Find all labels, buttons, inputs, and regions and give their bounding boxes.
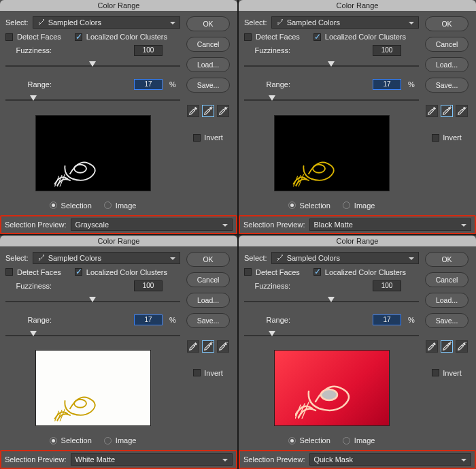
percent-label: % [167,316,180,324]
select-dropdown[interactable]: Sampled Colors [271,16,419,29]
selection-radio-label: Selection [61,201,92,210]
fuzziness-slider[interactable] [244,61,419,71]
select-label: Select: [5,18,29,27]
range-slider[interactable] [244,331,419,340]
invert-checkbox[interactable] [193,134,201,142]
selection-preview-row: Selection Preview:Quick Mask [239,450,476,469]
eyedropper-group: +− [426,340,468,353]
localized-clusters-checkbox[interactable] [75,33,82,41]
ok-button[interactable]: OK [186,252,230,267]
selection-preview-dropdown[interactable]: Quick Mask [309,453,472,466]
ok-button[interactable]: OK [425,252,469,267]
cancel-button[interactable]: Cancel [425,272,469,287]
range-input[interactable]: 17 [373,79,401,90]
eyedropper-subtract-icon[interactable]: − [456,340,468,353]
detect-faces-checkbox[interactable] [5,33,13,41]
invert-checkbox[interactable] [432,369,439,376]
select-dropdown[interactable]: Sampled Colors [33,252,180,264]
image-radio[interactable] [104,437,112,444]
dialog-title: Color Range [0,0,237,11]
selection-radio[interactable] [288,201,296,209]
eyedropper-subtract-icon[interactable]: − [456,105,468,117]
selection-preview-dropdown[interactable]: White Matte [71,453,233,466]
range-input[interactable]: 17 [134,79,163,90]
eyedropper-subtract-icon[interactable]: − [217,340,229,353]
image-radio[interactable] [104,201,112,209]
selection-preview-label: Selection Preview: [5,221,67,229]
image-radio-label: Image [116,436,137,444]
selection-preview-value: White Matte [75,455,116,464]
save-button[interactable]: Save... [186,78,230,93]
fuzziness-slider[interactable] [5,61,180,71]
load-button[interactable]: Load... [186,293,230,308]
image-radio[interactable] [343,201,350,209]
detect-faces-checkbox[interactable] [5,268,13,276]
invert-checkbox[interactable] [432,134,439,142]
eyedropper-group: +− [187,340,229,353]
fuzziness-slider[interactable] [5,297,180,306]
select-value: Sampled Colors [287,254,340,262]
select-dropdown[interactable]: Sampled Colors [33,16,180,29]
select-dropdown[interactable]: Sampled Colors [271,252,419,264]
fuzziness-label: Fuzziness: [5,282,52,290]
ok-button[interactable]: OK [186,16,230,31]
selection-preview-row: Selection Preview:White Matte [0,450,237,469]
save-button[interactable]: Save... [425,313,469,328]
image-radio[interactable] [343,437,350,444]
select-value: Sampled Colors [287,18,340,27]
load-button[interactable]: Load... [186,57,230,72]
eyedropper-icon[interactable] [187,340,199,353]
fuzziness-input[interactable]: 100 [134,45,163,56]
save-button[interactable]: Save... [186,313,230,328]
selection-preview-dropdown[interactable]: Grayscale [71,219,233,231]
fuzziness-slider[interactable] [244,297,419,306]
detect-faces-checkbox[interactable] [244,268,252,276]
selection-radio-label: Selection [300,436,330,444]
invert-checkbox[interactable] [193,369,201,376]
selection-radio[interactable] [50,437,57,444]
image-radio-label: Image [354,436,375,444]
select-label: Select: [244,254,267,262]
localized-clusters-checkbox[interactable] [313,268,321,276]
detect-faces-checkbox[interactable] [244,33,252,41]
eyedropper-add-icon[interactable]: + [441,340,453,353]
localized-clusters-checkbox[interactable] [75,268,82,276]
eyedropper-icon[interactable] [426,340,438,353]
fuzziness-input[interactable]: 100 [373,280,401,291]
percent-label: % [405,316,419,324]
dialog-title: Color Range [0,236,237,246]
selection-preview-row: Selection Preview:Black Matte [239,215,476,234]
eyedropper-subtract-icon[interactable]: − [217,105,229,117]
range-slider[interactable] [5,95,180,105]
cancel-button[interactable]: Cancel [425,37,469,52]
selection-radio[interactable] [288,437,296,444]
eyedropper-icon[interactable] [187,105,199,117]
dialog-title: Color Range [239,236,476,246]
range-input[interactable]: 17 [373,314,401,325]
range-slider[interactable] [244,95,419,105]
ok-button[interactable]: OK [425,16,469,31]
range-slider[interactable] [5,331,180,340]
fuzziness-input[interactable]: 100 [134,280,163,291]
fuzziness-input[interactable]: 100 [373,45,401,56]
range-input[interactable]: 17 [134,314,163,325]
selection-radio[interactable] [50,201,57,209]
cancel-button[interactable]: Cancel [186,37,230,52]
eyedropper-group: +− [187,105,229,117]
save-button[interactable]: Save... [425,78,469,93]
selection-preview-value: Quick Mask [314,455,353,464]
image-radio-label: Image [116,201,137,210]
image-radio-label: Image [354,201,375,210]
load-button[interactable]: Load... [425,293,469,308]
eyedropper-icon[interactable] [426,105,438,117]
cancel-button[interactable]: Cancel [186,272,230,287]
fuzziness-label: Fuzziness: [5,46,52,54]
selection-preview-dropdown[interactable]: Black Matte [309,219,472,231]
eyedropper-add-icon[interactable]: + [202,105,214,117]
eyedropper-add-icon[interactable]: + [202,340,214,353]
localized-clusters-checkbox[interactable] [313,33,321,41]
percent-label: % [167,80,180,88]
eyedropper-add-icon[interactable]: + [441,105,453,117]
load-button[interactable]: Load... [425,57,469,72]
selection-preview-thumbnail [274,350,390,426]
